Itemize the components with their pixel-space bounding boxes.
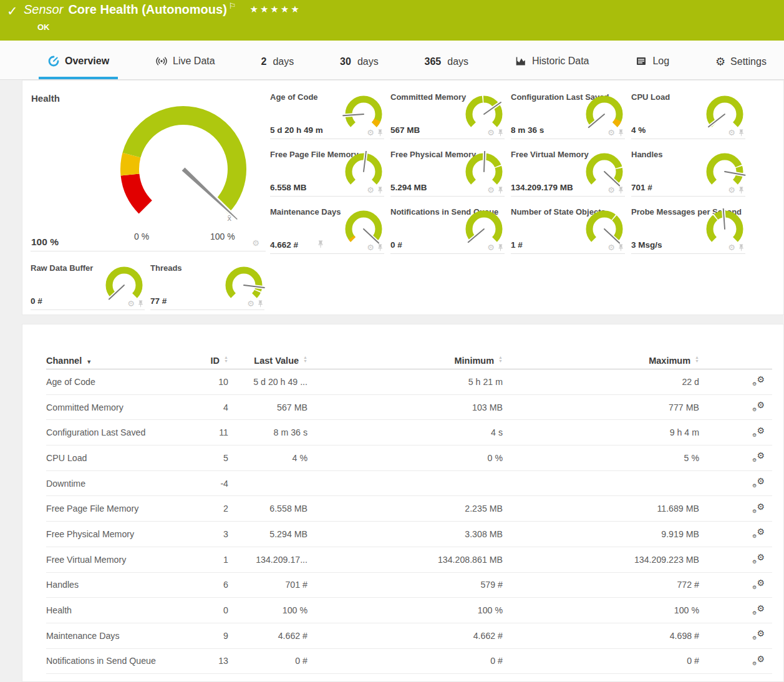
channel-settings-gears-icon[interactable]: ⚙⚙ xyxy=(752,426,765,437)
gear-icon[interactable]: ⚙ xyxy=(487,129,495,137)
channel-name[interactable]: Maintenance Days xyxy=(46,631,196,641)
channel-id: 2 xyxy=(196,504,228,514)
channel-name[interactable]: Downtime xyxy=(46,479,196,489)
tab-settings[interactable]: ⚙Settings xyxy=(707,56,775,79)
pin-icon[interactable] xyxy=(738,244,744,251)
gear-icon[interactable]: ⚙ xyxy=(247,300,254,308)
mini-gauge-cell: Free Physical Memory5.294 MB⚙ xyxy=(390,150,505,197)
pin-icon[interactable] xyxy=(258,300,263,308)
mini-gauge-title: Maintenance Days xyxy=(270,207,341,217)
page-title: Core Health (Autonomous) xyxy=(68,2,226,16)
channel-name[interactable]: CPU Load xyxy=(46,453,196,463)
channel-name[interactable]: Committed Memory xyxy=(46,402,196,412)
pin-icon[interactable] xyxy=(138,300,143,308)
gear-icon[interactable]: ⚙ xyxy=(367,243,374,251)
channel-name[interactable]: Handles xyxy=(46,580,196,590)
tab-log[interactable]: Log xyxy=(626,55,678,79)
channel-settings-gears-icon[interactable]: ⚙⚙ xyxy=(752,502,765,514)
gear-icon[interactable]: ⚙ xyxy=(252,239,259,247)
column-header-minimum[interactable]: Minimum▲▼ xyxy=(307,356,503,366)
gear-icon[interactable]: ⚙ xyxy=(607,129,615,137)
channel-settings-gears-icon[interactable]: ⚙⚙ xyxy=(752,553,765,564)
tab-overview[interactable]: Overview xyxy=(39,55,118,79)
channel-settings-gears-icon[interactable]: ⚙⚙ xyxy=(752,477,765,488)
pin-icon[interactable] xyxy=(498,244,503,251)
tab-label: Log xyxy=(652,56,669,67)
priority-stars[interactable]: ★★★★★ xyxy=(249,4,301,14)
health-gauge-title: Health xyxy=(31,93,60,104)
pin-icon[interactable] xyxy=(738,187,744,194)
channel-settings-gears-icon[interactable]: ⚙⚙ xyxy=(752,375,765,386)
mini-gauge-arc xyxy=(222,265,266,304)
channel-settings-gears-icon[interactable]: ⚙⚙ xyxy=(752,655,765,666)
tab-number: 30 xyxy=(340,56,351,67)
channel-settings-gears-icon[interactable]: ⚙⚙ xyxy=(752,401,765,412)
gear-icon[interactable]: ⚙ xyxy=(367,186,374,194)
channel-name[interactable]: Free Virtual Memory xyxy=(46,555,196,565)
mini-gauge-actions: ⚙ xyxy=(728,186,744,194)
health-gauge-cell: Health x̄ 0 % 100 % 100 % ⚙ xyxy=(31,93,266,251)
channel-name[interactable]: Notifications in Send Queue xyxy=(46,656,196,666)
pin-icon[interactable] xyxy=(618,129,624,137)
gear-icon[interactable]: ⚙ xyxy=(367,129,374,137)
pin-icon[interactable] xyxy=(377,187,383,194)
channel-settings-gears-icon[interactable]: ⚙⚙ xyxy=(752,629,765,640)
mini-gauge-actions: ⚙ xyxy=(487,243,503,251)
tab-2-days[interactable]: 2days xyxy=(253,56,303,79)
column-header-channel[interactable]: Channel▼ xyxy=(46,356,196,366)
mini-gauge-actions: ⚙ xyxy=(607,243,624,251)
pin-icon[interactable] xyxy=(377,244,383,251)
column-header-last-value[interactable]: Last Value▲▼ xyxy=(228,356,307,366)
gear-icon[interactable]: ⚙ xyxy=(487,186,495,194)
mini-gauge-value: 701 # xyxy=(631,183,652,192)
mini-gauge-cell: Threads77 #⚙ xyxy=(150,263,264,310)
channel-name[interactable]: Configuration Last Saved xyxy=(46,427,196,437)
table-row: Free Physical Memory35.294 MB3.308 MB9.9… xyxy=(46,522,772,547)
column-label: ID xyxy=(211,356,220,366)
pin-icon[interactable] xyxy=(498,187,503,194)
pin-icon[interactable] xyxy=(377,129,383,137)
pin-icon[interactable] xyxy=(618,187,624,194)
channel-maximum: 100 % xyxy=(503,605,699,615)
pin-icon[interactable] xyxy=(618,244,624,251)
column-header-maximum[interactable]: Maximum▲▼ xyxy=(503,356,699,366)
tab-historic-data[interactable]: Historic Data xyxy=(506,55,598,79)
channel-name[interactable]: Free Physical Memory xyxy=(46,529,196,539)
channel-minimum: 3.308 MB xyxy=(307,529,503,539)
mini-gauge-arc xyxy=(703,151,747,191)
tab-30-days[interactable]: 30days xyxy=(331,56,387,79)
gear-icon[interactable]: ⚙ xyxy=(487,243,495,251)
channels-table-header: Channel▼ID▲▼Last Value▲▼Minimum▲▼Maximum… xyxy=(46,352,772,369)
gear-icon[interactable]: ⚙ xyxy=(728,243,735,251)
channel-name[interactable]: Free Page File Memory xyxy=(46,504,196,514)
mini-gauge-arc xyxy=(462,208,506,248)
column-header-id[interactable]: ID▲▼ xyxy=(196,356,228,366)
settings-gear-icon: ⚙ xyxy=(715,56,725,67)
mini-gauge-actions: ⚙ xyxy=(728,129,744,137)
mini-gauge-cell: Free Virtual Memory134.209.179 MB⚙ xyxy=(511,150,625,197)
channel-settings-gears-icon[interactable]: ⚙⚙ xyxy=(752,451,765,462)
health-gauge-actions: ⚙ xyxy=(252,239,259,247)
channel-name[interactable]: Health xyxy=(46,605,196,615)
gear-icon[interactable]: ⚙ xyxy=(607,243,615,251)
channel-settings-gears-icon[interactable]: ⚙⚙ xyxy=(752,527,765,538)
gear-icon[interactable]: ⚙ xyxy=(127,300,135,308)
channel-id: 6 xyxy=(196,580,228,590)
channel-settings-gears-icon[interactable]: ⚙⚙ xyxy=(752,578,765,590)
pin-icon[interactable] xyxy=(738,129,744,137)
status-badge: OK xyxy=(37,22,50,32)
mini-gauge-cell: CPU Load4 %⚙ xyxy=(631,92,745,139)
gear-icon[interactable]: ⚙ xyxy=(728,129,735,137)
channel-name[interactable]: Age of Code xyxy=(46,377,196,387)
table-row: Configuration Last Saved118 m 36 s4 s9 h… xyxy=(46,420,772,446)
mini-gauge-value: 4 % xyxy=(631,125,646,135)
channel-settings-gears-icon[interactable]: ⚙⚙ xyxy=(752,604,765,615)
tab-365-days[interactable]: 365days xyxy=(416,56,478,79)
mini-gauge-value: 8 m 36 s xyxy=(511,125,544,135)
gear-icon[interactable]: ⚙ xyxy=(607,186,615,194)
gear-icon[interactable]: ⚙ xyxy=(728,186,735,194)
tab-live-data[interactable]: Live Data xyxy=(147,55,224,79)
tab-number: 2 xyxy=(261,56,267,67)
mini-gauge-title: Committed Memory xyxy=(390,92,466,102)
pin-icon[interactable] xyxy=(498,129,503,137)
